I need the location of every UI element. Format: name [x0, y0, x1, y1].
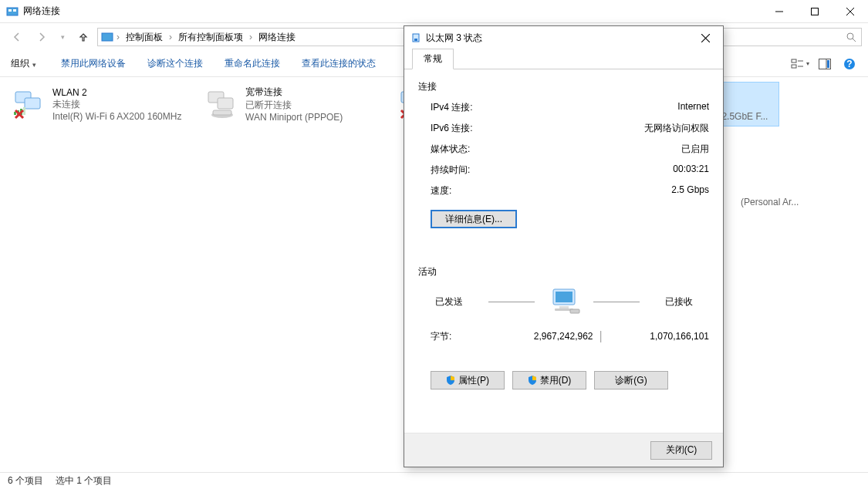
adapter-icon: [12, 87, 46, 121]
svg-rect-43: [570, 309, 579, 313]
ipv4-label: IPv4 连接:: [431, 101, 473, 114]
speed-label: 速度:: [431, 184, 451, 197]
svg-rect-7: [102, 33, 113, 41]
ethernet-icon: [410, 32, 421, 43]
window-controls: [762, 0, 868, 23]
bytes-recv: 1,070,166,101: [609, 331, 710, 342]
adapter-device: WAN Miniport (PPPOE): [245, 112, 343, 123]
divider: [488, 302, 535, 302]
disable-button[interactable]: 禁用(D): [512, 371, 586, 390]
view-status-button[interactable]: 查看此连接的状态: [291, 57, 387, 70]
svg-rect-36: [414, 39, 417, 41]
dialog-titlebar: 以太网 3 状态: [404, 26, 723, 49]
adapter-status: 未连接: [52, 98, 181, 111]
dialog-close-button[interactable]: [694, 26, 717, 49]
organize-menu[interactable]: 组织: [8, 57, 50, 70]
dialog-title: 以太网 3 状态: [426, 32, 694, 45]
window-titlebar: 网络连接: [0, 0, 868, 23]
folder-icon: [101, 31, 113, 43]
view-options-button[interactable]: ▾: [789, 56, 811, 73]
svg-rect-26: [218, 98, 233, 109]
breadcrumb-item[interactable]: 网络连接: [255, 31, 299, 44]
recv-label: 已接收: [652, 295, 706, 309]
dialog-tabs: 常规: [404, 49, 723, 69]
svg-text:?: ?: [846, 59, 852, 69]
diagnose-button[interactable]: 诊断(G): [594, 371, 668, 390]
ipv6-label: IPv6 连接:: [431, 122, 473, 135]
chevron-down-icon: [32, 59, 36, 69]
adapter-item[interactable]: 宽带连接 已断开连接 WAN Miniport (PPPOE): [201, 82, 393, 126]
divider: |: [593, 329, 609, 343]
dialog-body: 连接 IPv4 连接:Internet IPv6 连接:无网络访问权限 媒体状态…: [404, 69, 723, 433]
ipv4-value: Internet: [677, 101, 709, 114]
bytes-label: 字节:: [431, 330, 492, 343]
media-value: 已启用: [681, 143, 709, 156]
svg-rect-41: [559, 306, 569, 309]
properties-button[interactable]: 属性(P): [431, 371, 505, 390]
chevron-right-icon: ›: [167, 32, 174, 42]
group-activity: 活动: [418, 265, 709, 278]
dialog-footer: 关闭(C): [404, 433, 723, 467]
duration-label: 持续时间:: [431, 164, 470, 177]
adapter-item[interactable]: WLAN 2 未连接 Intel(R) Wi-Fi 6 AX200 160MHz: [8, 82, 201, 126]
speed-value: 2.5 Gbps: [671, 184, 709, 197]
status-count: 6 个项目: [8, 474, 43, 487]
svg-point-8: [847, 33, 853, 39]
svg-rect-28: [213, 110, 231, 115]
help-button[interactable]: ?: [839, 56, 860, 73]
svg-rect-20: [25, 98, 40, 109]
status-bar: 6 个项目 选中 1 个项目: [0, 472, 868, 489]
svg-rect-1: [8, 9, 12, 12]
chevron-right-icon: ›: [115, 32, 121, 42]
adapter-name: 宽带连接: [245, 86, 343, 99]
window-title: 网络连接: [23, 5, 762, 18]
breadcrumb-item[interactable]: 所有控制面板项: [175, 31, 246, 44]
diagnose-button[interactable]: 诊断这个连接: [137, 57, 214, 70]
breadcrumb-item[interactable]: 控制面板: [123, 31, 166, 44]
adapter-status: 已断开连接: [245, 99, 343, 112]
divider: [593, 302, 640, 302]
computer-icon: [547, 288, 581, 315]
duration-value: 00:03:21: [673, 164, 709, 177]
back-button[interactable]: [6, 28, 28, 46]
up-button[interactable]: [73, 28, 94, 46]
svg-line-9: [853, 39, 856, 42]
svg-rect-4: [812, 8, 819, 15]
media-label: 媒体状态:: [431, 143, 470, 156]
forward-button[interactable]: [31, 28, 52, 46]
disable-device-button[interactable]: 禁用此网络设备: [50, 57, 137, 70]
tab-general[interactable]: 常规: [412, 49, 454, 69]
bytes-sent: 2,967,242,962: [492, 331, 593, 342]
recent-dropdown[interactable]: ▾: [56, 28, 69, 46]
properties-label: 属性(P): [458, 374, 489, 387]
rename-button[interactable]: 重命名此连接: [214, 57, 291, 70]
svg-rect-40: [556, 292, 572, 302]
group-connection: 连接: [418, 80, 709, 93]
close-button[interactable]: 关闭(C): [650, 441, 712, 460]
shield-icon: [528, 376, 537, 385]
svg-rect-16: [827, 60, 829, 68]
svg-rect-10: [792, 59, 796, 62]
search-icon: [846, 32, 856, 42]
adapter-device: Intel(R) Wi-Fi 6 AX200 160MHz: [52, 111, 181, 122]
adapter-icon: [205, 87, 239, 121]
ipv6-value: 无网络访问权限: [644, 122, 709, 135]
organize-label: 组织: [11, 57, 29, 70]
maximize-button[interactable]: [797, 0, 833, 23]
chevron-right-icon: ›: [248, 32, 254, 42]
diagnose-label: 诊断(G): [615, 374, 647, 387]
status-dialog: 以太网 3 状态 常规 连接 IPv4 连接:Internet IPv6 连接:…: [404, 25, 724, 467]
shield-icon: [446, 376, 455, 385]
svg-rect-11: [792, 65, 796, 68]
adapter-name: WLAN 2: [52, 87, 181, 98]
minimize-button[interactable]: [762, 0, 797, 23]
close-button[interactable]: [833, 0, 868, 23]
obscured-item: (Personal Ar...: [741, 197, 799, 207]
app-icon: [6, 5, 19, 18]
details-button[interactable]: 详细信息(E)...: [431, 210, 517, 228]
status-selected: 选中 1 个项目: [56, 474, 112, 487]
svg-rect-2: [13, 9, 16, 12]
preview-pane-button[interactable]: [814, 56, 836, 73]
sent-label: 已发送: [422, 295, 476, 309]
search-box[interactable]: [708, 28, 862, 46]
